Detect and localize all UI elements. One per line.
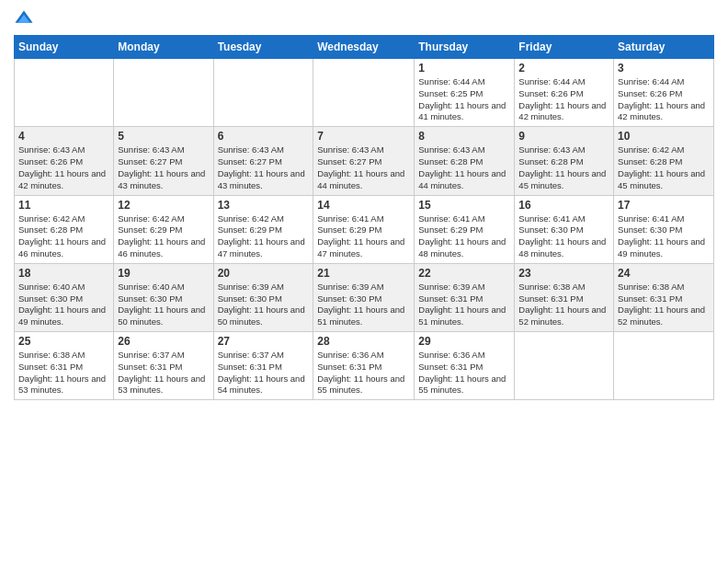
calendar-cell: 13Sunrise: 6:42 AM Sunset: 6:29 PM Dayli… (213, 195, 313, 263)
calendar-cell: 28Sunrise: 6:36 AM Sunset: 6:31 PM Dayli… (313, 332, 415, 400)
calendar-week-3: 11Sunrise: 6:42 AM Sunset: 6:28 PM Dayli… (15, 195, 714, 263)
calendar-cell: 1Sunrise: 6:44 AM Sunset: 6:25 PM Daylig… (415, 59, 515, 127)
calendar-cell: 17Sunrise: 6:41 AM Sunset: 6:30 PM Dayli… (614, 195, 714, 263)
calendar-cell: 29Sunrise: 6:36 AM Sunset: 6:31 PM Dayli… (415, 332, 515, 400)
calendar-cell: 23Sunrise: 6:38 AM Sunset: 6:31 PM Dayli… (515, 263, 614, 331)
calendar-header-friday: Friday (515, 36, 614, 59)
calendar-cell (114, 59, 213, 127)
day-info: Sunrise: 6:38 AM Sunset: 6:31 PM Dayligh… (18, 350, 109, 396)
day-info: Sunrise: 6:41 AM Sunset: 6:30 PM Dayligh… (518, 213, 609, 260)
calendar-cell: 21Sunrise: 6:39 AM Sunset: 6:30 PM Dayli… (313, 263, 415, 331)
calendar-week-1: 1Sunrise: 6:44 AM Sunset: 6:25 PM Daylig… (15, 59, 714, 127)
day-number: 11 (18, 199, 109, 212)
day-info: Sunrise: 6:42 AM Sunset: 6:29 PM Dayligh… (118, 213, 209, 260)
logo-icon (14, 9, 34, 29)
day-number: 26 (118, 335, 209, 348)
day-info: Sunrise: 6:41 AM Sunset: 6:30 PM Dayligh… (618, 213, 710, 260)
day-number: 1 (418, 62, 510, 75)
day-info: Sunrise: 6:39 AM Sunset: 6:30 PM Dayligh… (317, 282, 410, 328)
calendar-cell: 16Sunrise: 6:41 AM Sunset: 6:30 PM Dayli… (515, 195, 614, 263)
header (14, 9, 714, 29)
calendar-cell: 6Sunrise: 6:43 AM Sunset: 6:27 PM Daylig… (213, 127, 313, 195)
day-number: 2 (518, 62, 609, 75)
day-number: 29 (418, 335, 510, 348)
day-info: Sunrise: 6:42 AM Sunset: 6:29 PM Dayligh… (218, 213, 310, 260)
day-info: Sunrise: 6:37 AM Sunset: 6:31 PM Dayligh… (218, 350, 310, 396)
day-info: Sunrise: 6:40 AM Sunset: 6:30 PM Dayligh… (18, 282, 109, 328)
calendar-header-thursday: Thursday (415, 36, 515, 59)
day-number: 8 (418, 130, 510, 143)
day-info: Sunrise: 6:43 AM Sunset: 6:27 PM Dayligh… (118, 144, 209, 191)
day-number: 22 (418, 267, 510, 280)
day-info: Sunrise: 6:40 AM Sunset: 6:30 PM Dayligh… (118, 282, 209, 328)
calendar-cell: 10Sunrise: 6:42 AM Sunset: 6:28 PM Dayli… (614, 127, 714, 195)
day-info: Sunrise: 6:39 AM Sunset: 6:31 PM Dayligh… (418, 282, 510, 328)
calendar-cell: 5Sunrise: 6:43 AM Sunset: 6:27 PM Daylig… (114, 127, 213, 195)
day-info: Sunrise: 6:38 AM Sunset: 6:31 PM Dayligh… (618, 282, 710, 328)
calendar-cell: 15Sunrise: 6:41 AM Sunset: 6:29 PM Dayli… (415, 195, 515, 263)
calendar-cell: 7Sunrise: 6:43 AM Sunset: 6:27 PM Daylig… (313, 127, 415, 195)
calendar-cell: 26Sunrise: 6:37 AM Sunset: 6:31 PM Dayli… (114, 332, 213, 400)
day-number: 21 (317, 267, 410, 280)
calendar-cell: 25Sunrise: 6:38 AM Sunset: 6:31 PM Dayli… (15, 332, 114, 400)
calendar-week-5: 25Sunrise: 6:38 AM Sunset: 6:31 PM Dayli… (15, 332, 714, 400)
calendar-cell: 18Sunrise: 6:40 AM Sunset: 6:30 PM Dayli… (15, 263, 114, 331)
calendar-header-saturday: Saturday (614, 36, 714, 59)
day-info: Sunrise: 6:41 AM Sunset: 6:29 PM Dayligh… (418, 213, 510, 260)
day-info: Sunrise: 6:37 AM Sunset: 6:31 PM Dayligh… (118, 350, 209, 396)
logo (14, 9, 38, 29)
day-info: Sunrise: 6:43 AM Sunset: 6:27 PM Dayligh… (317, 144, 410, 191)
day-info: Sunrise: 6:43 AM Sunset: 6:27 PM Dayligh… (218, 144, 310, 191)
day-info: Sunrise: 6:43 AM Sunset: 6:26 PM Dayligh… (18, 144, 109, 191)
day-number: 14 (317, 199, 410, 212)
calendar-cell (515, 332, 614, 400)
day-number: 28 (317, 335, 410, 348)
calendar-header-row: SundayMondayTuesdayWednesdayThursdayFrid… (15, 36, 714, 59)
calendar-cell: 14Sunrise: 6:41 AM Sunset: 6:29 PM Dayli… (313, 195, 415, 263)
day-number: 6 (218, 130, 310, 143)
day-info: Sunrise: 6:44 AM Sunset: 6:26 PM Dayligh… (518, 76, 609, 123)
calendar-header-sunday: Sunday (15, 36, 114, 59)
day-number: 17 (618, 199, 710, 212)
calendar-cell: 24Sunrise: 6:38 AM Sunset: 6:31 PM Dayli… (614, 263, 714, 331)
day-info: Sunrise: 6:36 AM Sunset: 6:31 PM Dayligh… (418, 350, 510, 396)
day-info: Sunrise: 6:41 AM Sunset: 6:29 PM Dayligh… (317, 213, 410, 260)
day-info: Sunrise: 6:43 AM Sunset: 6:28 PM Dayligh… (518, 144, 609, 191)
day-number: 4 (18, 130, 109, 143)
calendar-header-monday: Monday (114, 36, 213, 59)
calendar-week-4: 18Sunrise: 6:40 AM Sunset: 6:30 PM Dayli… (15, 263, 714, 331)
calendar-cell: 3Sunrise: 6:44 AM Sunset: 6:26 PM Daylig… (614, 59, 714, 127)
day-info: Sunrise: 6:44 AM Sunset: 6:25 PM Dayligh… (418, 76, 510, 123)
day-number: 20 (218, 267, 310, 280)
day-info: Sunrise: 6:42 AM Sunset: 6:28 PM Dayligh… (618, 144, 710, 191)
calendar-cell (15, 59, 114, 127)
day-number: 19 (118, 267, 209, 280)
day-number: 15 (418, 199, 510, 212)
calendar-cell: 11Sunrise: 6:42 AM Sunset: 6:28 PM Dayli… (15, 195, 114, 263)
day-info: Sunrise: 6:38 AM Sunset: 6:31 PM Dayligh… (518, 282, 609, 328)
calendar-header-wednesday: Wednesday (313, 36, 415, 59)
day-info: Sunrise: 6:36 AM Sunset: 6:31 PM Dayligh… (317, 350, 410, 396)
calendar-cell: 8Sunrise: 6:43 AM Sunset: 6:28 PM Daylig… (415, 127, 515, 195)
day-number: 7 (317, 130, 410, 143)
day-number: 9 (518, 130, 609, 143)
day-number: 16 (518, 199, 609, 212)
day-info: Sunrise: 6:39 AM Sunset: 6:30 PM Dayligh… (218, 282, 310, 328)
day-info: Sunrise: 6:42 AM Sunset: 6:28 PM Dayligh… (18, 213, 109, 260)
calendar-cell: 22Sunrise: 6:39 AM Sunset: 6:31 PM Dayli… (415, 263, 515, 331)
day-number: 23 (518, 267, 609, 280)
day-info: Sunrise: 6:44 AM Sunset: 6:26 PM Dayligh… (618, 76, 710, 123)
day-number: 24 (618, 267, 710, 280)
day-number: 12 (118, 199, 209, 212)
calendar-cell (313, 59, 415, 127)
calendar-cell: 19Sunrise: 6:40 AM Sunset: 6:30 PM Dayli… (114, 263, 213, 331)
calendar-cell (614, 332, 714, 400)
day-number: 25 (18, 335, 109, 348)
calendar-cell: 4Sunrise: 6:43 AM Sunset: 6:26 PM Daylig… (15, 127, 114, 195)
calendar-cell: 2Sunrise: 6:44 AM Sunset: 6:26 PM Daylig… (515, 59, 614, 127)
day-number: 3 (618, 62, 710, 75)
calendar-cell: 9Sunrise: 6:43 AM Sunset: 6:28 PM Daylig… (515, 127, 614, 195)
calendar-week-2: 4Sunrise: 6:43 AM Sunset: 6:26 PM Daylig… (15, 127, 714, 195)
calendar-cell: 20Sunrise: 6:39 AM Sunset: 6:30 PM Dayli… (213, 263, 313, 331)
day-number: 13 (218, 199, 310, 212)
